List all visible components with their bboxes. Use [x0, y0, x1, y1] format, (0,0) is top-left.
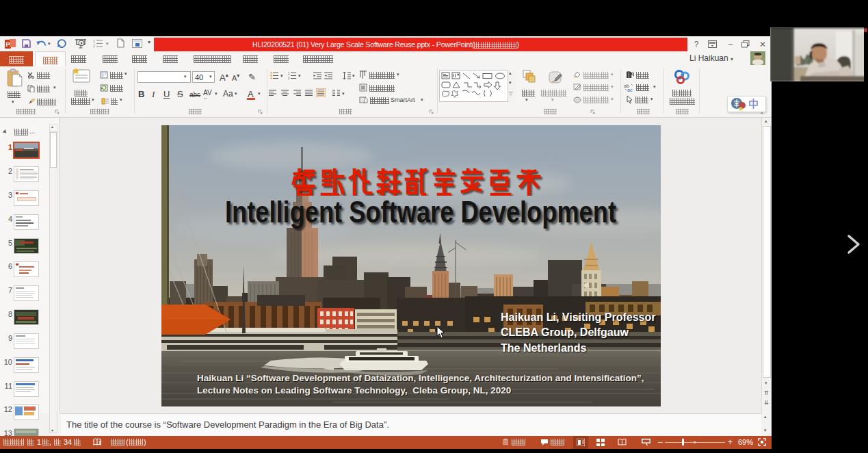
svg-text:2: 2 [93, 44, 95, 48]
svg-text:1: 1 [93, 39, 95, 43]
svg-text:2: 2 [288, 77, 290, 79]
svg-text:Intelligent Software Developme: Intelligent Software Development [225, 195, 616, 229]
svg-text:ac: ac [627, 88, 633, 92]
svg-text:1: 1 [288, 72, 290, 75]
svg-text:P: P [6, 41, 10, 48]
